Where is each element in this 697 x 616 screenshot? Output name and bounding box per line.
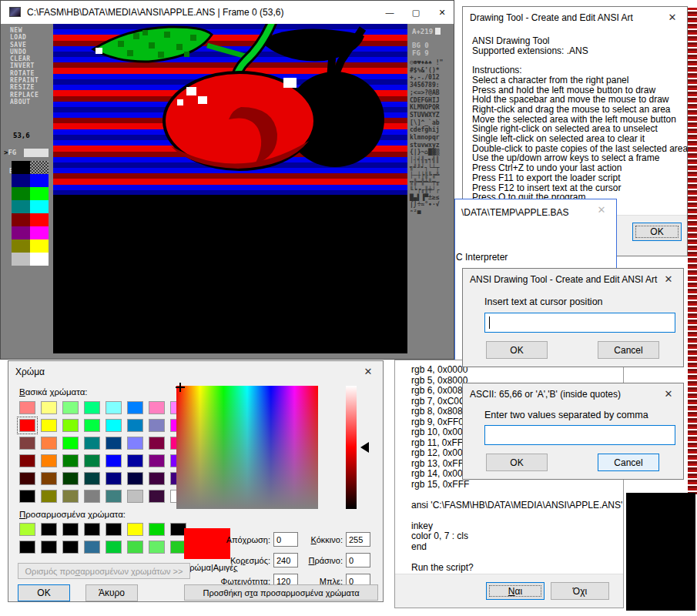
basic-color-swatch[interactable]: [19, 454, 35, 467]
basic-color-swatch[interactable]: [84, 454, 100, 467]
custom-color-swatch[interactable]: [84, 541, 100, 554]
custom-color-swatch[interactable]: [127, 541, 143, 554]
fg-color-swatch[interactable]: [24, 149, 49, 157]
drawing-canvas[interactable]: [53, 24, 407, 353]
basic-color-swatch[interactable]: [149, 437, 165, 450]
basic-color-swatch[interactable]: [62, 454, 79, 467]
custom-color-swatch[interactable]: [149, 523, 165, 536]
charset-row[interactable]: ╗╝╜╛┐└┴┬: [410, 164, 453, 172]
palette-swatch[interactable]: [12, 161, 30, 174]
basic-color-swatch[interactable]: [127, 454, 143, 467]
custom-color-swatch[interactable]: [149, 541, 165, 554]
editor-titlebar[interactable]: C:\FASM\HB\DATA\MEDIA\ANSI\APPLE.ANS | F…: [1, 1, 454, 24]
basic-color-swatch[interactable]: [106, 472, 122, 485]
palette-swatch[interactable]: [30, 253, 49, 266]
basic-color-swatch[interactable]: [62, 437, 79, 450]
charset-row[interactable]: ⌠⌡÷≈°∙·√: [410, 201, 453, 209]
basic-color-swatch[interactable]: [106, 401, 122, 414]
basic-color-swatch[interactable]: [19, 419, 35, 432]
basic-color-swatch[interactable]: [127, 419, 143, 432]
color-ok-button[interactable]: OK: [18, 584, 70, 601]
basic-color-swatch[interactable]: [19, 472, 35, 485]
charset-row[interactable]: #$%&'()*: [410, 67, 453, 75]
minimize-button[interactable]: —: [377, 1, 403, 24]
basic-color-swatch[interactable]: [19, 437, 35, 450]
palette-swatch[interactable]: [12, 200, 30, 213]
palette-swatch[interactable]: [12, 239, 30, 253]
menu-item-resize[interactable]: RESIZE: [1, 84, 53, 91]
custom-color-swatch[interactable]: [106, 523, 122, 536]
ascii-values-input[interactable]: [484, 425, 675, 445]
basic-color-swatch[interactable]: [84, 490, 100, 503]
insert-text-input[interactable]: [484, 313, 675, 333]
charset-row[interactable]: cdefghij: [410, 126, 453, 134]
palette-swatch[interactable]: [30, 161, 49, 174]
charset-row[interactable]: KLMNOPQR: [410, 104, 453, 112]
insert-cancel-button[interactable]: Cancel: [598, 341, 659, 359]
basic-color-swatch[interactable]: [62, 490, 79, 503]
yes-button[interactable]: Ναι: [486, 582, 545, 600]
basic-color-swatch[interactable]: [84, 401, 100, 414]
close-icon[interactable]: ✕: [595, 203, 608, 217]
close-button[interactable]: ✕: [429, 1, 455, 24]
menu-item-invert[interactable]: INVERT: [1, 62, 53, 69]
basic-color-swatch[interactable]: [149, 472, 165, 485]
basic-color-swatch[interactable]: [149, 454, 165, 467]
menu-item-save[interactable]: SAVE: [1, 42, 53, 49]
maximize-button[interactable]: ▢: [403, 1, 429, 24]
luminance-slider-arrow[interactable]: [360, 442, 369, 453]
basic-color-swatch[interactable]: [149, 490, 165, 503]
add-to-custom-colors-button[interactable]: Προσθήκη στα προσαρμοσμένα χρώματα: [184, 584, 378, 601]
menu-item-undo[interactable]: UNDO: [1, 49, 53, 55]
menu-item-new[interactable]: NEW: [1, 27, 53, 34]
palette-swatch[interactable]: [30, 213, 49, 226]
basic-color-swatch[interactable]: [41, 401, 57, 414]
no-button[interactable]: Όχι: [551, 582, 609, 600]
basic-color-swatch[interactable]: [41, 419, 57, 432]
palette-swatch[interactable]: [30, 239, 49, 253]
palette-swatch[interactable]: [12, 213, 30, 226]
menu-item-clear[interactable]: CLEAR: [1, 55, 53, 62]
palette-swatch[interactable]: [12, 226, 30, 239]
custom-color-swatch[interactable]: [106, 541, 122, 554]
palette-swatch[interactable]: [30, 174, 49, 187]
close-icon[interactable]: ✕: [361, 365, 375, 379]
menu-item-load[interactable]: LOAD: [1, 34, 53, 41]
charset-row[interactable]: ;<=>?@AB: [410, 89, 453, 97]
ascii-ok-button[interactable]: OK: [486, 454, 548, 471]
charset-row[interactable]: ☺☻♥♦♣♠ !": [410, 59, 453, 67]
charset-row[interactable]: stuvwxyz: [410, 142, 453, 149]
custom-color-swatch[interactable]: [41, 523, 57, 536]
insert-ok-button[interactable]: OK: [486, 341, 548, 359]
luminance-bar[interactable]: [346, 386, 357, 509]
basic-color-swatch[interactable]: [19, 401, 35, 414]
palette-swatch[interactable]: [12, 253, 30, 266]
charset-row[interactable]: [\]^_`ab: [410, 119, 453, 127]
basic-color-swatch[interactable]: [106, 454, 122, 467]
basic-color-swatch[interactable]: [106, 490, 122, 503]
charset-row[interactable]: STUVWXYZ: [410, 112, 453, 119]
custom-color-swatch[interactable]: [84, 523, 100, 536]
color-field-input[interactable]: [346, 553, 370, 567]
custom-color-swatch[interactable]: [41, 541, 57, 554]
menu-item-rotate[interactable]: ROTATE: [1, 70, 53, 77]
palette-swatch[interactable]: [12, 174, 30, 187]
basic-color-swatch[interactable]: [127, 472, 143, 485]
basic-color-swatch[interactable]: [62, 472, 79, 485]
custom-color-swatch[interactable]: [19, 541, 35, 554]
basic-color-swatch[interactable]: [84, 472, 100, 485]
instructions-ok-button[interactable]: OK: [632, 223, 682, 241]
basic-color-swatch[interactable]: [62, 401, 79, 414]
menu-item-about[interactable]: ABOUT: [1, 99, 53, 105]
charset-row[interactable]: ╙╘╒╓╫╪┘┌: [410, 186, 453, 194]
custom-color-swatch[interactable]: [62, 523, 79, 536]
basic-color-swatch[interactable]: [41, 490, 57, 503]
close-icon[interactable]: ✕: [662, 387, 675, 401]
basic-color-swatch[interactable]: [127, 401, 143, 414]
custom-color-swatch[interactable]: [62, 541, 79, 554]
basic-color-swatch[interactable]: [41, 437, 57, 450]
charset-row[interactable]: 3456789:: [410, 82, 453, 89]
basic-color-swatch[interactable]: [41, 472, 57, 485]
charset-row[interactable]: ╦╠═╬╧╨╤╥: [410, 179, 453, 186]
charset-row[interactable]: │┤╡╢╖╕╣║: [410, 156, 453, 164]
